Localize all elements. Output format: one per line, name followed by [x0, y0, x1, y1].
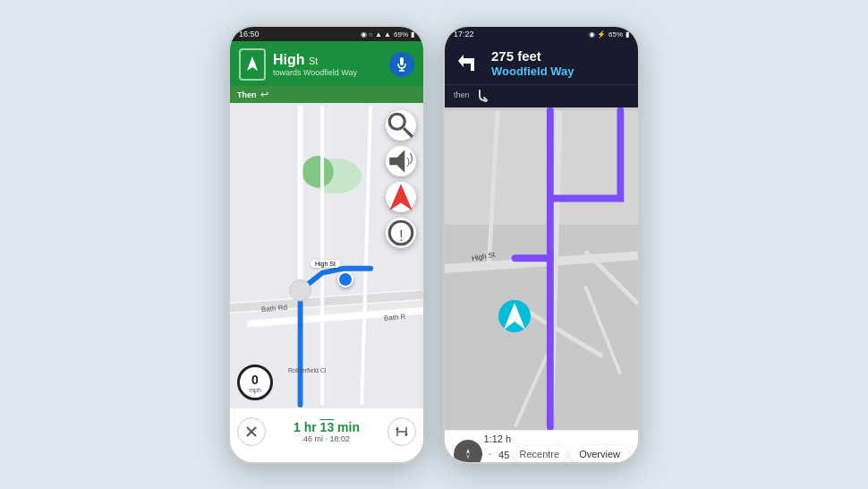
gm-location-button[interactable]	[386, 182, 416, 212]
gm-then-label: Then	[237, 90, 257, 99]
svg-marker-19	[389, 184, 413, 210]
gm-close-button[interactable]	[237, 417, 266, 446]
waze-then-bar: then	[445, 84, 638, 107]
svg-marker-16	[389, 150, 404, 173]
svg-rect-1	[400, 57, 404, 65]
gm-sound-button[interactable]: ) )	[386, 146, 416, 176]
gm-search-button[interactable]	[386, 110, 416, 141]
gm-highst-label: High St	[311, 260, 340, 268]
gm-report-button[interactable]: !	[386, 218, 416, 248]
waze-then-label: then	[454, 90, 470, 99]
waze-action-buttons: Recentre Overview	[513, 445, 629, 463]
svg-line-15	[404, 128, 413, 137]
gm-speed-unit: mph	[249, 387, 261, 393]
gm-nav-text: High St towards Woodfield Way	[273, 52, 382, 77]
gm-mic-button[interactable]	[389, 52, 414, 77]
gm-status-bar: 16:50 ◉ ○ ▲ ▲ 69% ▮	[230, 27, 423, 41]
gm-bottom-bar: 1 hr 13 min 46 mi · 18:02	[230, 408, 423, 454]
gm-then-bar: Then ↩	[230, 86, 423, 103]
gm-nav-header: High St towards Woodfield Way	[230, 41, 423, 86]
gm-street-name: High St	[273, 52, 382, 68]
waze-eta-distance: 45 mi	[492, 450, 509, 465]
waze-direction-icon	[454, 48, 484, 79]
svg-text:): )	[410, 150, 413, 164]
waze-map: High St	[445, 107, 638, 430]
waze-then-icon	[474, 88, 489, 102]
gm-map: ) ) ! High St Bath Rd Bath R	[230, 103, 423, 408]
gm-alt-routes-button[interactable]	[387, 417, 416, 446]
waze-phone: 17:22 ◉ ⚡ 65% ▮ 275 feet Woodfield Way t	[443, 25, 640, 464]
waze-nav-header: 275 feet Woodfield Way	[445, 41, 638, 84]
svg-marker-24	[396, 427, 399, 430]
gm-time: 16:50	[239, 30, 260, 39]
waze-time: 17:22	[454, 30, 474, 39]
gm-eta-time: 1 hr 13 min	[266, 420, 387, 434]
svg-point-6	[302, 156, 334, 187]
svg-marker-25	[404, 433, 408, 436]
waze-status-bar: 17:22 ◉ ⚡ 65% ▮	[445, 27, 638, 41]
waze-car-icon	[498, 300, 531, 332]
waze-street: Woodfield Way	[491, 64, 629, 78]
gm-eta-details: 46 mi · 18:02	[266, 434, 387, 443]
svg-point-13	[290, 279, 311, 301]
waze-recentre-button[interactable]: Recentre	[513, 446, 567, 462]
waze-distance: 275 feet	[491, 49, 629, 64]
waze-overview-button[interactable]: Overview	[570, 445, 629, 463]
waze-nav-text: 275 feet Woodfield Way	[491, 49, 629, 78]
waze-compass-button[interactable]	[454, 440, 482, 465]
waze-eta-info: 1:12 h · 45 mi	[482, 430, 513, 465]
svg-rect-27	[445, 110, 638, 225]
gm-rotherfield-label: Rotherfield Cl	[288, 367, 326, 373]
gm-speed-value: 0	[251, 373, 259, 387]
gm-towards: towards Woodfield Way	[273, 68, 382, 77]
waze-eta-time: 1:12 h	[483, 433, 511, 444]
gm-then-icon: ↩	[260, 89, 268, 100]
svg-point-14	[389, 114, 404, 129]
waze-bottom-bar: 1:12 h · 45 mi Recentre Overview	[445, 430, 638, 464]
gm-status-icons: ◉ ○ ▲ ▲ 69% ▮	[361, 30, 414, 39]
svg-marker-0	[247, 56, 258, 71]
gm-eta: 1 hr 13 min 46 mi · 18:02	[266, 420, 387, 443]
gm-location-dot	[337, 271, 353, 287]
waze-status-icons: ◉ ⚡ 65% ▮	[589, 30, 629, 39]
gm-speed-indicator: 0 mph	[237, 365, 273, 400]
gm-direction-icon	[239, 48, 266, 81]
svg-marker-35	[504, 303, 525, 330]
gm-street-type: St	[309, 56, 318, 66]
google-maps-phone: 16:50 ◉ ○ ▲ ▲ 69% ▮ High St towards Wood…	[228, 25, 425, 464]
svg-text:!: !	[399, 227, 404, 244]
app-container: 16:50 ◉ ○ ▲ ▲ 69% ▮ High St towards Wood…	[0, 0, 868, 489]
